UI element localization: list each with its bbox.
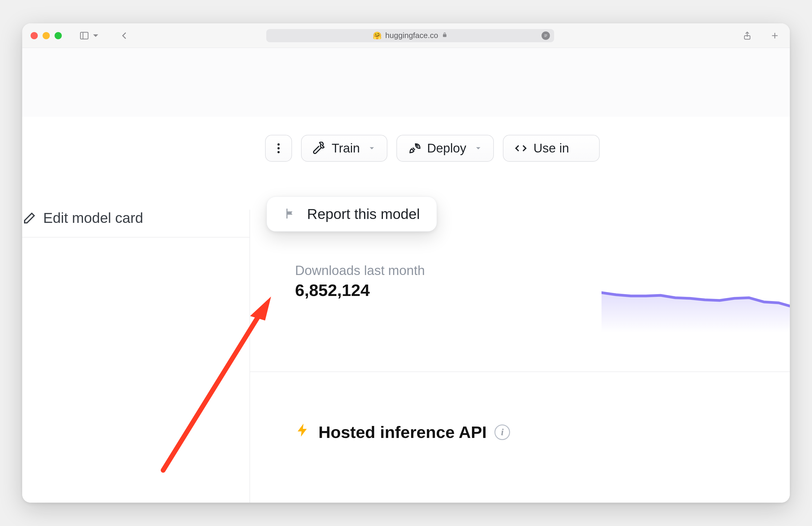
url-text: huggingface.co (385, 31, 438, 40)
deploy-label: Deploy (427, 141, 466, 155)
chevron-down-icon (368, 141, 376, 155)
downloads-value: 6,852,124 (295, 280, 425, 300)
page-content: Train Deploy Use in (22, 48, 790, 502)
chevron-down-icon (474, 141, 482, 155)
wrench-icon (313, 142, 325, 155)
deploy-button[interactable]: Deploy (396, 135, 494, 162)
svg-rect-3 (544, 35, 547, 36)
svg-rect-2 (544, 34, 547, 35)
hosted-inference-section: Hosted inference API i (295, 422, 510, 442)
chevron-down-icon (90, 31, 101, 41)
downloads-caption: Downloads last month (295, 263, 425, 278)
downloads-sparkline (601, 282, 790, 332)
close-window-icon[interactable] (31, 32, 38, 39)
use-in-button[interactable]: Use in (503, 135, 600, 162)
address-bar[interactable]: 🤗 huggingface.co (266, 29, 554, 42)
titlebar: 🤗 huggingface.co (22, 24, 790, 48)
train-label: Train (332, 141, 360, 155)
use-in-label: Use in (534, 141, 569, 155)
new-tab-button[interactable] (768, 30, 781, 42)
left-column: Edit model card (22, 210, 250, 502)
more-menu-button[interactable] (265, 135, 292, 162)
svg-point-10 (277, 151, 279, 153)
report-model-popover[interactable]: Report this model (266, 196, 437, 231)
edit-model-card-label: Edit model card (43, 210, 143, 226)
svg-marker-12 (250, 297, 271, 320)
report-model-label: Report this model (307, 206, 420, 222)
back-button[interactable] (118, 29, 131, 42)
traffic-lights (31, 32, 62, 39)
train-button[interactable]: Train (301, 135, 388, 162)
lock-icon (442, 32, 448, 40)
svg-rect-0 (81, 32, 88, 39)
reader-mode-icon[interactable] (541, 31, 550, 40)
hosted-inference-title: Hosted inference API (318, 422, 487, 442)
site-favicon-icon: 🤗 (373, 31, 382, 40)
model-actions-row: Train Deploy Use in (265, 135, 600, 162)
pencil-icon (22, 211, 37, 225)
minimize-window-icon[interactable] (43, 32, 50, 39)
bolt-icon (295, 422, 311, 442)
browser-window: 🤗 huggingface.co (22, 24, 790, 502)
fullscreen-window-icon[interactable] (55, 32, 62, 39)
info-icon[interactable]: i (494, 424, 510, 440)
edit-model-card-link[interactable]: Edit model card (22, 210, 249, 238)
svg-rect-4 (544, 36, 546, 36)
code-icon (514, 142, 527, 155)
section-divider (250, 372, 790, 372)
sidebar-toggle-button[interactable] (77, 29, 103, 42)
svg-point-8 (277, 144, 279, 146)
rocket-icon (408, 142, 421, 155)
share-button[interactable] (741, 30, 754, 42)
dots-vertical-icon (272, 142, 285, 155)
svg-point-9 (277, 147, 279, 149)
flag-icon (284, 207, 297, 221)
downloads-stat: Downloads last month 6,852,124 (295, 263, 425, 300)
